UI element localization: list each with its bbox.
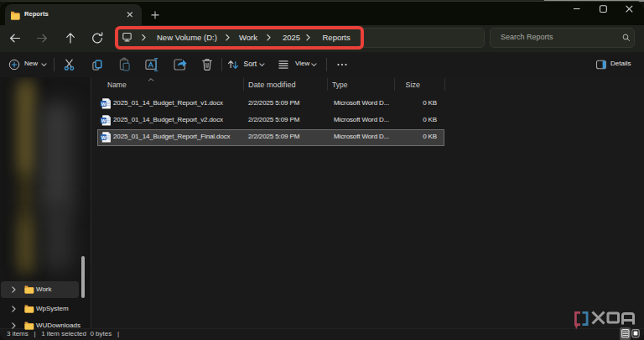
svg-text:W: W (101, 135, 106, 140)
svg-text:W: W (101, 102, 106, 107)
svg-text:W: W (101, 118, 106, 123)
